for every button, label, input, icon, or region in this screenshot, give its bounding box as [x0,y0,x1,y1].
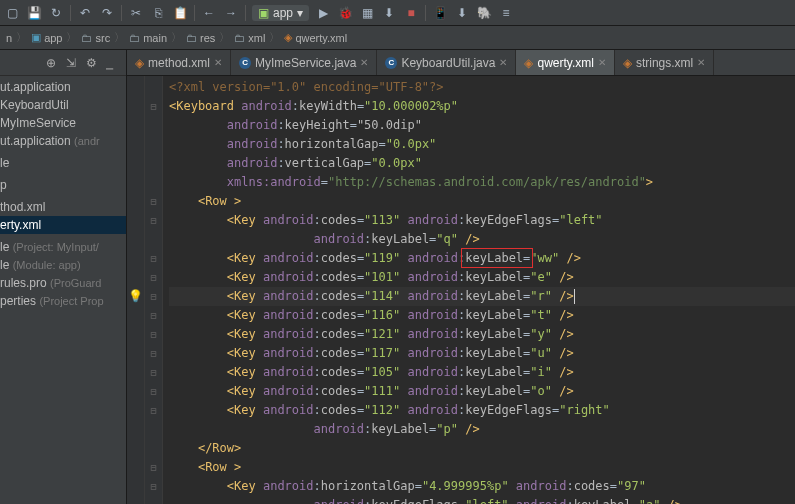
tree-item[interactable]: MyImeService [0,114,126,132]
tree-item[interactable]: le [0,154,126,172]
editor-tab[interactable]: ◈qwerty.xml✕ [516,50,614,75]
project-tree[interactable]: ut.applicationKeyboardUtilMyImeServiceut… [0,76,126,312]
code-line[interactable]: <Row > [169,458,795,477]
tree-item[interactable]: p [0,176,126,194]
fold-icon[interactable]: ⊟ [150,306,156,325]
tree-item[interactable]: erty.xml [0,216,126,234]
hide-icon[interactable]: ⎯ [106,56,120,70]
editor-tab[interactable]: CMyImeService.java✕ [231,50,377,75]
close-icon[interactable]: ✕ [598,57,606,68]
tree-item[interactable]: perties (Project Prop [0,292,126,310]
close-icon[interactable]: ✕ [697,57,705,68]
bc-root[interactable]: n [6,32,12,44]
cut-icon[interactable]: ✂ [128,5,144,21]
code-line[interactable]: android:horizontalGap="0.0px" [169,135,795,154]
code-line[interactable]: android:keyEdgeFlags="left" android:keyL… [169,496,795,504]
fold-icon[interactable]: ⊟ [150,325,156,344]
code-line[interactable]: <Key android:codes="119" android:keyLabe… [169,249,795,268]
code-line[interactable]: </Row> [169,439,795,458]
tree-item[interactable]: le (Module: app) [0,256,126,274]
bc-app[interactable]: ▣app [31,31,62,44]
code-line[interactable]: <Keyboard android:keyWidth="10.000002%p" [169,97,795,116]
code-line[interactable]: xmlns:android="http://schemas.android.co… [169,173,795,192]
undo-icon[interactable]: ↶ [77,5,93,21]
bc-main[interactable]: 🗀main [129,32,167,44]
structure-icon[interactable]: ≡ [498,5,514,21]
redo-icon[interactable]: ↷ [99,5,115,21]
intention-bulb-icon[interactable]: 💡 [128,287,143,306]
attach-icon[interactable]: ⬇ [381,5,397,21]
code-line[interactable]: android:keyHeight="50.0dip" [169,116,795,135]
editor-tab[interactable]: ◈method.xml✕ [127,50,231,75]
fold-icon[interactable]: ⊟ [150,192,156,211]
code-line[interactable]: <Row > [169,192,795,211]
fold-icon[interactable]: ⊟ [150,287,156,306]
tree-item[interactable]: thod.xml [0,198,126,216]
debug-icon[interactable]: 🐞 [337,5,353,21]
close-icon[interactable]: ✕ [360,57,368,68]
gradle-icon[interactable]: 🐘 [476,5,492,21]
fold-icon[interactable]: ⊟ [150,401,156,420]
tree-item[interactable]: ut.application [0,78,126,96]
code-line[interactable]: <Key android:codes="114" android:keyLabe… [169,287,795,306]
close-icon[interactable]: ✕ [214,57,222,68]
stop-icon[interactable]: ■ [403,5,419,21]
fold-icon[interactable]: ⊟ [150,211,156,230]
open-icon[interactable]: ▢ [4,5,20,21]
sdk-icon[interactable]: ⬇ [454,5,470,21]
tree-item[interactable]: KeyboardUtil [0,96,126,114]
code-line[interactable]: <Key android:horizontalGap="4.999995%p" … [169,477,795,496]
fold-icon[interactable]: ⊟ [150,363,156,382]
tree-item[interactable]: ut.application (andr [0,132,126,150]
chevron-down-icon: ▾ [297,6,303,20]
fold-icon[interactable]: ⊟ [150,344,156,363]
run-icon[interactable]: ▶ [315,5,331,21]
module-icon: ▣ [31,31,41,44]
fold-icon[interactable]: ⊟ [150,382,156,401]
code-line[interactable]: <Key android:codes="113" android:keyEdge… [169,211,795,230]
fold-icon[interactable]: ⊟ [150,249,156,268]
forward-icon[interactable]: → [223,5,239,21]
fold-icon[interactable]: ⊟ [150,268,156,287]
code-content[interactable]: <?xml version="1.0" encoding="UTF-8"?><K… [163,76,795,504]
run-config-selector[interactable]: ▣ app ▾ [252,5,309,21]
code-line[interactable]: <Key android:codes="111" android:keyLabe… [169,382,795,401]
bc-xml[interactable]: 🗀xml [234,32,265,44]
fold-icon[interactable]: ⊟ [150,97,156,116]
target-icon[interactable]: ⊕ [46,56,60,70]
code-line[interactable]: android:keyLabel="p" /> [169,420,795,439]
close-icon[interactable]: ✕ [499,57,507,68]
tab-label: method.xml [148,56,210,70]
code-line[interactable]: <?xml version="1.0" encoding="UTF-8"?> [169,78,795,97]
code-line[interactable]: <Key android:codes="117" android:keyLabe… [169,344,795,363]
code-line[interactable]: <Key android:codes="105" android:keyLabe… [169,363,795,382]
bc-file[interactable]: ◈qwerty.xml [284,31,347,44]
avd-icon[interactable]: 📱 [432,5,448,21]
fold-gutter: ⊟⊟⊟⊟⊟⊟⊟⊟⊟⊟⊟⊟⊟⊟ [145,76,163,504]
code-line[interactable]: android:keyLabel="q" /> [169,230,795,249]
sync-icon[interactable]: ↻ [48,5,64,21]
code-line[interactable]: <Key android:codes="121" android:keyLabe… [169,325,795,344]
fold-icon[interactable]: ⊟ [150,458,156,477]
collapse-icon[interactable]: ⇲ [66,56,80,70]
settings-icon[interactable]: ⚙ [86,56,100,70]
tree-item[interactable]: rules.pro (ProGuard [0,274,126,292]
profile-icon[interactable]: ▦ [359,5,375,21]
code-line[interactable]: <Key android:codes="112" android:keyEdge… [169,401,795,420]
bc-res[interactable]: 🗀res [186,32,215,44]
fold-icon[interactable]: ⊟ [150,477,156,496]
code-line[interactable]: <Key android:codes="101" android:keyLabe… [169,268,795,287]
code-line[interactable]: <Key android:codes="116" android:keyLabe… [169,306,795,325]
tree-label: rules.pro [0,276,47,290]
save-icon[interactable]: 💾 [26,5,42,21]
copy-icon[interactable]: ⎘ [150,5,166,21]
editor-tab[interactable]: CKeyboardUtil.java✕ [377,50,516,75]
tree-item[interactable]: le (Project: MyInput/ [0,238,126,256]
editor-tab[interactable]: ◈strings.xml✕ [615,50,714,75]
bc-src[interactable]: 🗀src [81,32,110,44]
back-icon[interactable]: ← [201,5,217,21]
text-caret [574,289,575,304]
code-line[interactable]: android:verticalGap="0.0px" [169,154,795,173]
paste-icon[interactable]: 📋 [172,5,188,21]
code-editor[interactable]: 💡 ⊟⊟⊟⊟⊟⊟⊟⊟⊟⊟⊟⊟⊟⊟ <?xml version="1.0" enc… [127,76,795,504]
